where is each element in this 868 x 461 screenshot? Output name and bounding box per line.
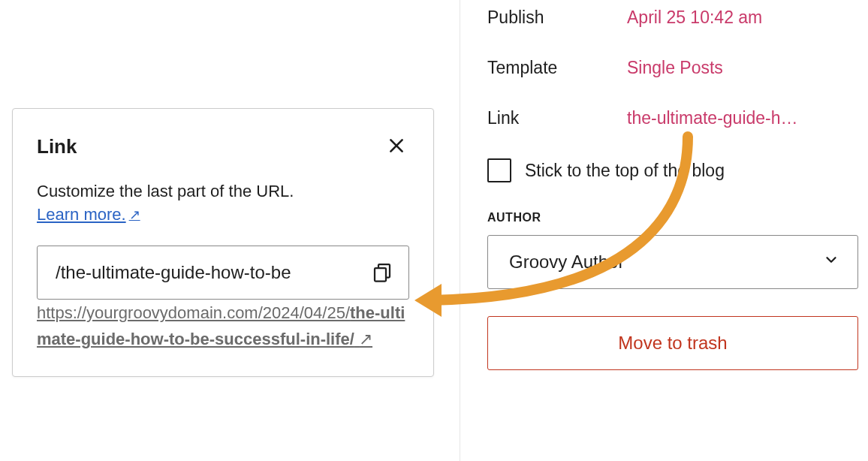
link-popover: Link Customize the last part of the URL.… bbox=[12, 108, 434, 377]
permalink-input-wrap bbox=[37, 246, 409, 300]
close-button[interactable] bbox=[384, 133, 409, 161]
full-permalink-link[interactable]: https://yourgroovydomain.com/2024/04/25/… bbox=[37, 303, 405, 348]
stick-checkbox[interactable] bbox=[487, 158, 511, 182]
template-row: Template Single Posts bbox=[487, 58, 862, 78]
post-settings-sidebar: Publish April 25 10:42 am Template Singl… bbox=[460, 0, 868, 461]
link-popover-header: Link bbox=[37, 133, 409, 161]
link-label: Link bbox=[487, 108, 627, 128]
learn-more-text: Learn more. bbox=[37, 205, 126, 224]
svg-rect-3 bbox=[375, 268, 386, 282]
author-select[interactable]: Groovy Author bbox=[487, 235, 858, 289]
publish-row: Publish April 25 10:42 am bbox=[487, 8, 862, 28]
link-row: Link the-ultimate-guide-h… bbox=[487, 108, 862, 128]
template-value[interactable]: Single Posts bbox=[627, 58, 723, 78]
publish-label: Publish bbox=[487, 8, 627, 28]
external-link-icon: ↗ bbox=[359, 330, 372, 348]
permalink-input[interactable] bbox=[56, 262, 366, 283]
chevron-down-icon bbox=[823, 252, 839, 273]
template-label: Template bbox=[487, 58, 627, 78]
author-section-label: AUTHOR bbox=[487, 211, 862, 224]
stick-label: Stick to the top of the blog bbox=[525, 161, 725, 181]
external-link-icon: ↗ bbox=[129, 206, 140, 223]
copy-button[interactable] bbox=[366, 256, 398, 290]
author-select-value: Groovy Author bbox=[509, 252, 624, 273]
stick-to-top-row: Stick to the top of the blog bbox=[487, 158, 862, 182]
close-icon bbox=[387, 136, 406, 158]
publish-value[interactable]: April 25 10:42 am bbox=[627, 8, 762, 28]
link-popover-title: Link bbox=[37, 135, 77, 158]
link-description: Customize the last part of the URL. bbox=[37, 179, 409, 203]
link-value[interactable]: the-ultimate-guide-h… bbox=[627, 108, 798, 128]
trash-button-label: Move to trash bbox=[618, 333, 727, 354]
full-url-prefix: https://yourgroovydomain.com/2024/04/25/ bbox=[37, 303, 350, 322]
copy-icon bbox=[371, 261, 393, 285]
learn-more-link[interactable]: Learn more. ↗ bbox=[37, 205, 140, 224]
move-to-trash-button[interactable]: Move to trash bbox=[487, 316, 858, 370]
